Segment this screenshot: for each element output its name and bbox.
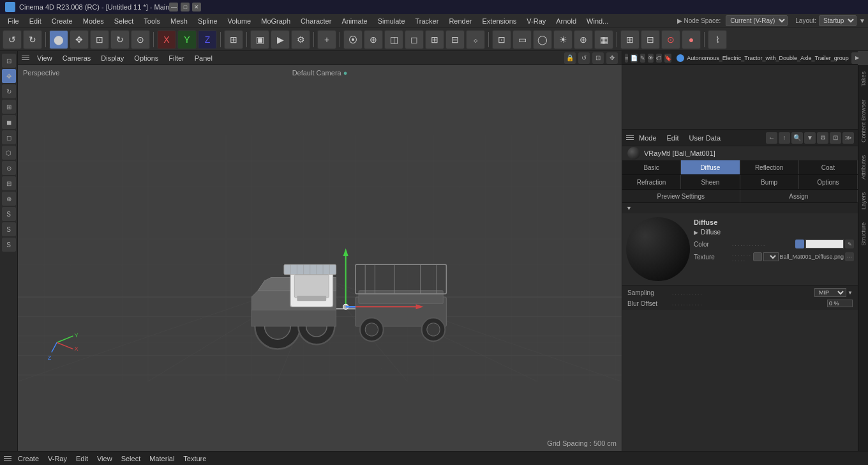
instance-button[interactable]: ◻ (405, 30, 424, 49)
obj-edit-btn[interactable]: ✎ (640, 54, 645, 63)
cloner-button[interactable]: ⊞ (425, 30, 444, 49)
light-button[interactable]: ☀ (553, 30, 572, 49)
tl-menu-texture[interactable]: Texture (181, 454, 209, 464)
tl-menu-create[interactable]: Create (15, 454, 41, 464)
menu-tools[interactable]: Tools (138, 16, 165, 26)
scale-tool[interactable]: ⊞ (2, 100, 16, 114)
connect-button[interactable]: ⬦ (466, 30, 485, 49)
x-axis-button[interactable]: X (157, 30, 176, 49)
attr-expand-btn[interactable]: ⊡ (830, 132, 841, 144)
attr-filter-btn[interactable]: ▼ (804, 132, 816, 144)
polygon-tool[interactable]: ◼ (2, 115, 16, 129)
boole-button[interactable]: ⦿ (343, 30, 363, 49)
texture-type-select[interactable]: ▼ (763, 252, 779, 261)
brush-tool[interactable]: S (2, 238, 16, 252)
display-button[interactable]: ▦ (594, 30, 613, 49)
vp-menu-cameras[interactable]: Cameras (60, 53, 94, 63)
maximize-button[interactable]: □ (181, 3, 190, 11)
subtab-assign[interactable]: Assign (740, 190, 858, 202)
menu-file[interactable]: File (3, 16, 24, 26)
minimize-button[interactable]: — (169, 3, 178, 11)
tab-options[interactable]: Options (799, 175, 858, 189)
blur-offset-input[interactable] (827, 300, 853, 307)
transform-tool-button[interactable]: ⊙ (131, 30, 150, 49)
menu-mesh[interactable]: Mesh (165, 16, 193, 26)
tab-reflection[interactable]: Reflection (740, 160, 799, 174)
menu-wind[interactable]: Wind... (581, 16, 613, 26)
color-edit-btn[interactable]: ✎ (845, 240, 854, 248)
rotate-tool-button[interactable]: ↻ (110, 30, 130, 49)
menu-create[interactable]: Create (47, 16, 78, 26)
spline-tool-button[interactable]: ⌇ (708, 30, 727, 49)
tl-menu-material[interactable]: Material (147, 454, 177, 464)
sampling-select[interactable]: MIP (814, 288, 846, 297)
tab-layers[interactable]: Layers (860, 186, 867, 216)
object-axis-button[interactable]: ⊞ (224, 30, 243, 49)
spline-sel-tool[interactable]: S (2, 222, 16, 236)
attr-search-btn[interactable]: 🔍 (791, 132, 803, 144)
menu-simulate[interactable]: Simulate (373, 16, 410, 26)
texture-browse-btn[interactable]: ⋯ (845, 252, 854, 261)
vp-menu-panel[interactable]: Panel (192, 53, 215, 63)
render-view-button[interactable]: ▶ (271, 30, 290, 49)
point-tool[interactable]: ⬡ (2, 146, 16, 160)
live-sel-tool[interactable]: ⊙ (2, 161, 16, 175)
subtab-preview-settings[interactable]: Preview Settings (622, 190, 740, 202)
menu-extensions[interactable]: Extensions (477, 16, 521, 26)
snap-button[interactable]: ⊞ (620, 30, 640, 49)
tab-attributes[interactable]: Attributes (860, 149, 867, 186)
record-button[interactable]: ⊙ (661, 30, 680, 49)
live-selection-button[interactable]: ⬤ (49, 30, 68, 49)
viewport[interactable]: View Cameras Display Options Filter Pane… (18, 51, 622, 451)
menu-volume[interactable]: Volume (223, 16, 257, 26)
paint-tool[interactable]: S (2, 207, 16, 221)
menu-modes[interactable]: Modes (78, 16, 109, 26)
menu-spline[interactable]: Spline (193, 16, 223, 26)
viewport-menu-button[interactable] (22, 56, 29, 60)
viewport-canvas[interactable]: Perspective Default Camera ● Grid Spacin… (18, 65, 622, 451)
redo-button[interactable]: ↻ (23, 30, 42, 49)
menu-animate[interactable]: Animate (336, 16, 372, 26)
menu-edit[interactable]: Edit (24, 16, 47, 26)
obj-view-btn[interactable]: 👁 (648, 54, 654, 63)
undo-button[interactable]: ↺ (3, 30, 22, 49)
menu-tracker[interactable]: Tracker (410, 16, 444, 26)
loop-sel-tool[interactable]: ⊕ (2, 192, 16, 206)
auto-keyframe-button[interactable]: ● (682, 30, 701, 49)
floor-button[interactable]: ▭ (513, 30, 532, 49)
menu-select[interactable]: Select (109, 16, 139, 26)
symmetry-button[interactable]: ◫ (384, 30, 403, 49)
tab-basic[interactable]: Basic (622, 160, 681, 174)
tab-refraction[interactable]: Refraction (622, 175, 681, 189)
obj-tag-btn[interactable]: 🏷 (656, 54, 662, 63)
tab-bump[interactable]: Bump (740, 175, 799, 189)
attr-menu-userdata[interactable]: User Data (687, 133, 724, 143)
tab-takes[interactable]: Takes (860, 65, 867, 93)
edge-tool[interactable]: ◻ (2, 130, 16, 144)
tab-diffuse[interactable]: Diffuse (681, 160, 740, 174)
tab-sheen[interactable]: Sheen (681, 175, 740, 189)
attr-up-btn[interactable]: ↑ (779, 132, 790, 144)
vp-expand-button[interactable]: ⊡ (592, 52, 604, 64)
attr-settings-btn[interactable]: ⚙ (817, 132, 828, 144)
scale-tool-button[interactable]: ⊡ (90, 30, 109, 49)
attr-back-btn[interactable]: ← (766, 132, 777, 144)
vp-menu-view[interactable]: View (34, 53, 55, 63)
add-object-button[interactable]: + (317, 30, 336, 49)
render-region-button[interactable]: ▣ (250, 30, 269, 49)
current-vray-select[interactable]: Current (V-Ray) (726, 15, 788, 26)
tl-menu-vray[interactable]: V-Ray (45, 454, 70, 464)
camera-button[interactable]: ⊡ (492, 30, 511, 49)
texture-channel-btn[interactable] (753, 252, 762, 261)
stage-button[interactable]: ⊕ (574, 30, 593, 49)
tl-menu-btn[interactable] (4, 456, 11, 461)
tab-coat[interactable]: Coat (799, 160, 858, 174)
vp-pan-button[interactable]: ✥ (606, 52, 618, 64)
vp-refresh-button[interactable]: ↺ (578, 52, 590, 64)
close-button[interactable]: ✕ (192, 3, 201, 11)
vp-menu-display[interactable]: Display (98, 53, 126, 63)
attr-more-btn[interactable]: ≫ (842, 132, 854, 144)
diffuse-collapse-btn[interactable]: ▼ (622, 203, 858, 213)
obj-panel-btn[interactable]: ≡ (625, 54, 628, 63)
tab-content-browser[interactable]: Content Browser (860, 93, 867, 149)
